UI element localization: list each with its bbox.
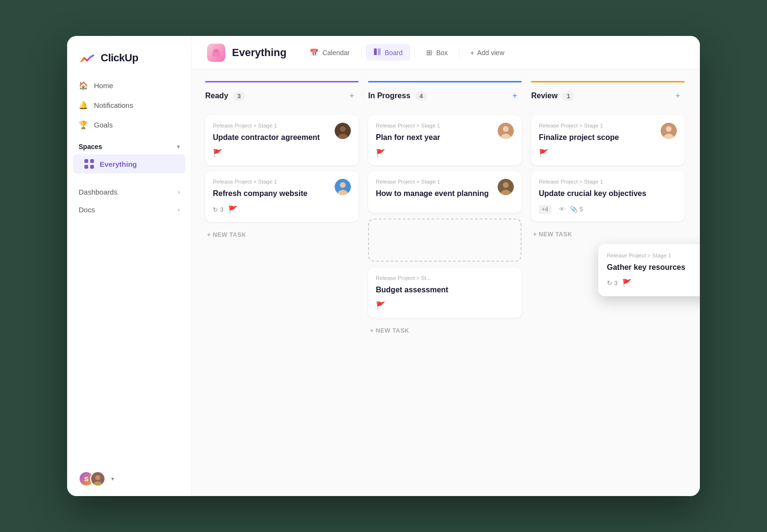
sidebar-item-docs[interactable]: Docs ›: [67, 201, 191, 219]
col-title-area-inprogress: In Progress 4: [368, 92, 427, 101]
trophy-icon: 🏆: [79, 120, 88, 129]
spaces-section-header[interactable]: Spaces ▾: [67, 134, 191, 154]
task-card[interactable]: Release Project > Stage 1 Finalize proje…: [531, 115, 685, 165]
add-view-label: Add view: [477, 49, 504, 57]
new-task-ready[interactable]: + NEW TASK: [205, 228, 359, 242]
flag-yellow-icon: 🚩: [376, 301, 385, 310]
card-left: Release Project > Stage 1 Update crucial…: [539, 179, 646, 205]
card-title: Budget assessment: [376, 285, 448, 295]
page-title-area: Everything: [207, 44, 287, 62]
avatar: [661, 123, 677, 139]
card-left: Release Project > St... Budget assessmen…: [376, 275, 448, 301]
svg-point-17: [503, 182, 509, 188]
tab-divider-3: [459, 47, 460, 58]
review-cards: Release Project > Stage 1 Finalize proje…: [531, 115, 685, 221]
card-left: Release Project > Stage 1 Plan for next …: [376, 123, 440, 149]
main-content: Everything 📅 Calendar Board ⊞ Box: [192, 36, 700, 496]
card-top: Release Project > St... Budget assessmen…: [376, 275, 514, 301]
card-top: Release Project > Stage 1 Update crucial…: [539, 179, 677, 205]
card-left: Release Project > Stage 1 Gather key res…: [607, 253, 686, 278]
col-title-area-ready: Ready 3: [205, 92, 245, 101]
flag-yellow-icon: 🚩: [213, 149, 222, 158]
everything-label: Everything: [100, 160, 137, 168]
flag-red-icon: 🚩: [376, 149, 385, 158]
svg-point-8: [340, 126, 346, 132]
col-add-inprogress[interactable]: +: [508, 89, 522, 103]
col-add-review[interactable]: +: [671, 89, 685, 103]
card-footer: 🚩: [376, 301, 514, 310]
card-left: Release Project > Stage 1 Refresh compan…: [213, 179, 307, 205]
task-card[interactable]: Release Project > Stage 1 How to manage …: [368, 171, 522, 212]
chevron-right-icon: ›: [178, 189, 180, 196]
task-card[interactable]: Release Project > Stage 1 Plan for next …: [368, 115, 522, 165]
nav-items: 🏠 Home 🔔 Notifications 🏆 Goals: [67, 76, 191, 134]
extra-count: +4: [539, 205, 551, 214]
bell-icon: 🔔: [79, 101, 88, 110]
view-tabs: 📅 Calendar Board ⊞ Box +: [302, 44, 511, 61]
chevron-right-icon-docs: ›: [178, 207, 180, 213]
avatar: [498, 179, 514, 195]
card-top: Release Project > Stage 1 Refresh compan…: [213, 179, 351, 205]
new-task-inprogress[interactable]: + NEW TASK: [368, 324, 522, 338]
task-card[interactable]: Release Project > Stage 1 Update crucial…: [531, 171, 685, 221]
avatar: [335, 179, 351, 195]
card-footer: ↻ 3 🚩: [607, 278, 700, 288]
tab-add-view[interactable]: + Add view: [464, 45, 511, 60]
card-title: Gather key resources: [607, 262, 686, 273]
col-count-inprogress: 4: [415, 92, 427, 101]
card-footer: ↻ 3 🚩: [213, 205, 351, 214]
svg-point-11: [340, 182, 346, 188]
eye-icon: 👁: [559, 206, 565, 213]
user-avatar-person[interactable]: [90, 471, 105, 486]
card-footer: 🚩: [213, 149, 351, 158]
tab-calendar[interactable]: 📅 Calendar: [302, 45, 358, 61]
card-top: Release Project > Stage 1 Plan for next …: [376, 123, 514, 149]
nav-notifications[interactable]: 🔔 Notifications: [73, 96, 186, 115]
nav-home-label: Home: [94, 81, 113, 90]
tab-box[interactable]: ⊞ Box: [418, 45, 455, 61]
svg-rect-6: [378, 48, 381, 55]
page-title: Everything: [232, 46, 287, 59]
comment-count: 3: [220, 206, 223, 213]
svg-point-14: [503, 126, 509, 132]
task-card[interactable]: Release Project > Stage 1 Update contrac…: [205, 115, 359, 165]
column-inprogress: In Progress 4 + Release Project > Stage …: [368, 81, 522, 338]
clip-icon: 📎: [570, 206, 578, 213]
svg-point-23: [666, 126, 672, 132]
user-dropdown-arrow[interactable]: ▾: [111, 475, 114, 482]
card-title: Finalize project scope: [539, 132, 619, 143]
col-add-ready[interactable]: +: [345, 89, 359, 103]
task-card[interactable]: Release Project > Stage 1 Refresh compan…: [205, 171, 359, 221]
new-task-label: + NEW TASK: [370, 327, 409, 334]
col-title-area-review: Review 1: [531, 92, 574, 101]
card-title: Update contractor agreement: [213, 132, 320, 143]
box-icon: ⊞: [426, 48, 432, 57]
nav-goals[interactable]: 🏆 Goals: [73, 116, 186, 134]
col-count-review: 1: [562, 92, 574, 101]
sidebar-item-dashboards[interactable]: Dashboards ›: [67, 183, 191, 201]
card-comments: ↻ 3: [607, 279, 617, 287]
add-icon: +: [470, 49, 474, 57]
floating-task-card[interactable]: ⊹ Release Project > Stage 1 Gather key r…: [598, 244, 700, 296]
tab-divider-1: [361, 47, 362, 58]
sidebar-item-everything[interactable]: Everything: [73, 154, 186, 173]
card-meta: Release Project > Stage 1: [607, 253, 686, 258]
logo-area: ClickUp: [67, 36, 191, 76]
nav-goals-label: Goals: [94, 121, 113, 129]
comment-count: 3: [614, 279, 617, 287]
drag-placeholder: [368, 219, 522, 262]
card-top: Release Project > Stage 1 Gather key res…: [607, 253, 700, 278]
docs-label: Docs: [79, 206, 95, 214]
main-header: Everything 📅 Calendar Board ⊞ Box: [192, 36, 700, 69]
card-comments: ↻ 3: [213, 206, 223, 213]
nav-home[interactable]: 🏠 Home: [73, 76, 186, 95]
card-left: Release Project > Stage 1 Finalize proje…: [539, 123, 619, 149]
new-task-review[interactable]: + NEW TASK: [531, 227, 685, 242]
flag-green-icon: 🚩: [622, 278, 632, 288]
task-card[interactable]: Release Project > St... Budget assessmen…: [368, 267, 522, 318]
dashboards-label: Dashboards: [79, 188, 117, 196]
card-left: Release Project > Stage 1 How to manage …: [376, 179, 489, 205]
tab-board[interactable]: Board: [366, 44, 410, 61]
avatar: [335, 123, 351, 139]
card-title: How to manage event planning: [376, 188, 489, 199]
